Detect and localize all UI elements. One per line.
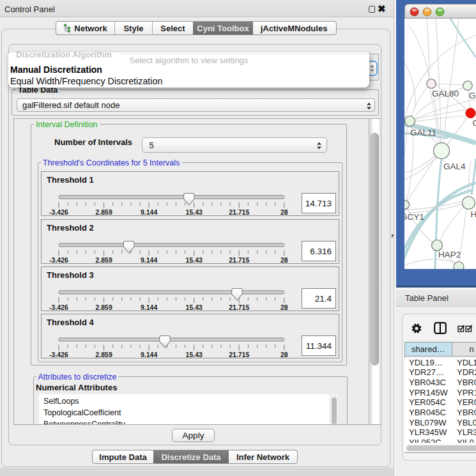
svg-text:H: H: [471, 210, 476, 219]
svg-text:GA: GA: [469, 91, 476, 100]
svg-text:GAL4: GAL4: [443, 162, 466, 171]
svg-text:15.43: 15.43: [186, 303, 203, 311]
svg-text:15.43: 15.43: [186, 351, 203, 358]
svg-text:21.715: 21.715: [229, 351, 249, 358]
svg-text:C: C: [473, 118, 476, 128]
svg-text:28: 28: [280, 256, 288, 263]
svg-text:15.43: 15.43: [186, 256, 203, 263]
svg-text:GCY1: GCY1: [404, 212, 424, 222]
svg-text:-3.426: -3.426: [49, 256, 68, 263]
svg-text:21.715: 21.715: [229, 303, 249, 311]
svg-text:2.859: 2.859: [95, 351, 112, 358]
svg-text:28: 28: [280, 208, 288, 215]
svg-text:21.715: 21.715: [229, 256, 249, 263]
svg-text:GAL11: GAL11: [410, 128, 436, 137]
svg-text:-3.426: -3.426: [49, 208, 68, 215]
svg-text:9.144: 9.144: [141, 351, 157, 358]
svg-text:-3.426: -3.426: [49, 303, 68, 311]
svg-text:9.144: 9.144: [141, 256, 157, 263]
svg-text:HAP2: HAP2: [438, 250, 461, 259]
svg-text:15.43: 15.43: [186, 208, 203, 215]
svg-text:GAL80: GAL80: [432, 89, 459, 98]
svg-text:2.859: 2.859: [95, 256, 112, 263]
svg-text:28: 28: [280, 303, 288, 311]
svg-text:-3.426: -3.426: [49, 351, 68, 358]
svg-text:21.715: 21.715: [229, 208, 249, 215]
svg-text:2.859: 2.859: [95, 208, 112, 215]
svg-text:28: 28: [280, 351, 288, 358]
svg-text:2.859: 2.859: [95, 303, 112, 311]
svg-text:9.144: 9.144: [141, 208, 157, 215]
svg-text:9.144: 9.144: [141, 303, 157, 311]
